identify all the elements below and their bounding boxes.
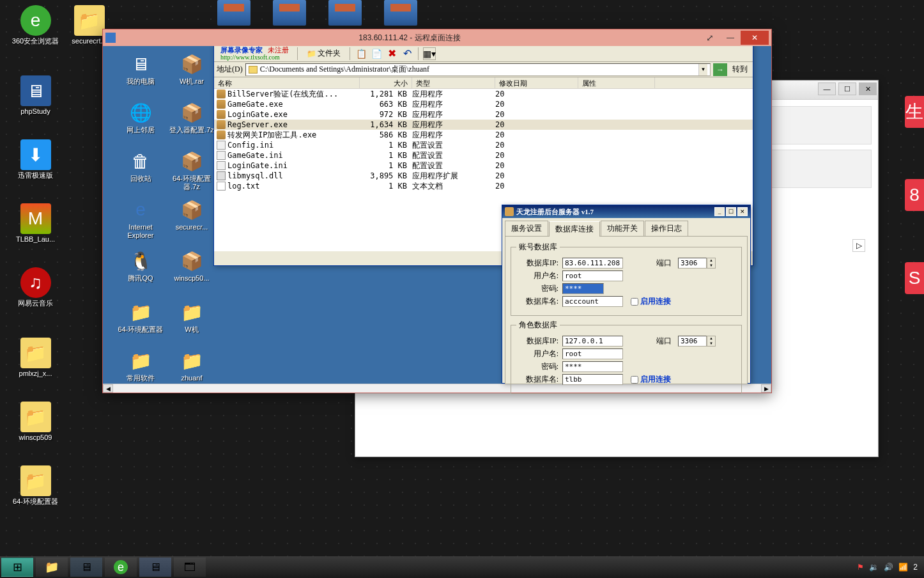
remote-desktop-icon[interactable]: 🖥我的电脑 xyxy=(116,52,166,86)
delete-icon[interactable]: ✖ xyxy=(385,47,398,60)
regserver-titlebar[interactable]: 天龙注册后台服务器 v1.7 _ ☐ ✕ xyxy=(502,205,750,218)
account-pw-input[interactable]: **** xyxy=(562,283,604,294)
taskbar-explorer-icon[interactable]: 📁 xyxy=(36,558,68,577)
remote-desktop-icon[interactable]: 📦W机.rar xyxy=(167,52,217,86)
desktop-icon[interactable]: ♫网易云音乐 xyxy=(12,267,59,308)
tab-service-settings[interactable]: 服务设置 xyxy=(505,221,548,236)
restore-icon[interactable]: ⤢ xyxy=(700,31,720,45)
tray-icon[interactable]: ⚑ xyxy=(857,563,864,572)
desktop-icon[interactable]: 📁pmlxzj_x... xyxy=(12,338,59,378)
red-tab[interactable]: 生 xyxy=(905,96,924,128)
remote-desktop-icon[interactable]: 📦securecr... xyxy=(167,198,217,231)
top-taskbar-item[interactable] xyxy=(273,0,306,26)
toolbar-icon[interactable]: 📋 xyxy=(355,47,367,60)
bg-nav-arrow[interactable]: ▷ xyxy=(852,239,865,252)
minimize-button[interactable]: — xyxy=(818,82,836,95)
account-port-input[interactable]: 3306 xyxy=(678,258,707,269)
folders-button[interactable]: 📁 文件夹 xyxy=(302,46,345,61)
col-date-header[interactable]: 修改日期 xyxy=(495,77,578,88)
maximize-button[interactable]: ☐ xyxy=(838,82,856,95)
checkbox[interactable] xyxy=(631,298,638,306)
remote-desktop-icon[interactable]: 📁常用软件 xyxy=(116,349,166,382)
col-size-header[interactable]: 大小 xyxy=(360,77,412,88)
desktop-icon[interactable]: e360安全浏览器 xyxy=(12,5,59,45)
taskbar-app-icon[interactable]: 🖥 xyxy=(70,558,102,577)
file-row[interactable]: RegServer.exe1,634 KB应用程序20 xyxy=(214,120,753,130)
account-ip-input[interactable]: 83.60.111.208 xyxy=(562,258,623,269)
port-spinner[interactable]: ▲▼ xyxy=(707,336,716,347)
role-user-input[interactable]: root xyxy=(562,348,623,359)
desktop-icon[interactable]: 🖥phpStudy xyxy=(12,75,59,116)
role-ip-input[interactable]: 127.0.0.1 xyxy=(562,336,623,347)
close-button[interactable]: ✕ xyxy=(859,82,877,95)
top-taskbar-item[interactable] xyxy=(384,0,417,26)
role-db-input[interactable]: tlbb xyxy=(562,374,623,385)
role-port-input[interactable]: 3306 xyxy=(678,336,707,347)
scroll-left-button[interactable]: ◀ xyxy=(103,384,113,393)
file-row[interactable]: LoginGate.exe972 KB应用程序20 xyxy=(214,109,753,120)
red-tab[interactable]: 8 xyxy=(905,179,924,211)
desktop-icon[interactable]: MTLBB_Lau... xyxy=(12,203,59,244)
checkbox[interactable] xyxy=(631,376,638,384)
remote-desktop-icon[interactable]: 🐧腾讯QQ xyxy=(116,249,166,283)
maximize-button[interactable]: ☐ xyxy=(726,207,736,216)
undo-icon[interactable]: ↶ xyxy=(401,47,413,60)
account-db-input[interactable]: acccount xyxy=(562,296,623,307)
go-button[interactable]: → xyxy=(713,63,727,76)
address-field[interactable]: C:\Documents and Settings\Administrator\… xyxy=(245,63,711,76)
start-button[interactable]: ⊞ xyxy=(1,558,33,577)
account-enable-check[interactable]: 启用连接 xyxy=(631,296,671,307)
file-row[interactable]: libmysql.dll3,895 KB应用程序扩展20 xyxy=(214,171,753,181)
file-row[interactable]: BillServer验证(在线充值...1,281 KB应用程序20 xyxy=(214,89,753,99)
remote-desktop-icon[interactable]: 📦64-环境配置器.7z xyxy=(167,150,217,191)
file-row[interactable]: GameGate.ini1 KB配置设置20 xyxy=(214,150,753,160)
port-spinner[interactable]: ▲▼ xyxy=(707,258,716,269)
top-taskbar-item[interactable] xyxy=(217,0,250,26)
toolbar-icon[interactable]: 📄 xyxy=(370,47,383,60)
role-enable-check[interactable]: 启用连接 xyxy=(631,374,671,385)
rdp-titlebar[interactable]: 183.60.111.42 - 远程桌面连接 ⤢ — ✕ xyxy=(103,29,771,46)
file-row[interactable]: Config.ini1 KB配置设置20 xyxy=(214,140,753,150)
remote-desktop-icon[interactable]: 📁W机 xyxy=(167,301,217,334)
col-attr-header[interactable]: 属性 xyxy=(578,77,655,88)
app-icon: 📦 xyxy=(180,198,203,221)
tray-time[interactable]: 2 xyxy=(913,563,918,572)
remote-desktop-icon[interactable]: 🌐网上邻居 xyxy=(116,101,166,134)
desktop-icon[interactable]: 📁winscp509 xyxy=(12,402,59,442)
minimize-button[interactable]: — xyxy=(720,31,741,45)
remote-desktop-icon[interactable]: 📁64-环境配置器 xyxy=(116,301,166,334)
remote-desktop-icon[interactable]: eInternet Explorer xyxy=(116,198,166,239)
taskbar-app-icon[interactable]: 🗔 xyxy=(174,558,206,577)
file-name: LoginGate.exe xyxy=(227,110,288,119)
taskbar-browser-icon[interactable]: e xyxy=(105,558,137,577)
remote-desktop-icon[interactable]: 📁zhuanf xyxy=(167,349,217,382)
minimize-button[interactable]: _ xyxy=(714,207,725,216)
tray-signal-icon[interactable]: 📶 xyxy=(898,563,908,572)
tray-icon[interactable]: 🔉 xyxy=(869,563,879,572)
account-user-input[interactable]: root xyxy=(562,270,623,281)
views-icon[interactable]: ▦▾ xyxy=(423,47,436,60)
taskbar-rdp-icon[interactable]: 🖥 xyxy=(139,558,171,577)
top-taskbar-item[interactable] xyxy=(328,0,362,26)
close-button[interactable]: ✕ xyxy=(737,207,748,216)
desktop-icon[interactable]: ⬇迅雷极速版 xyxy=(12,139,59,180)
file-row[interactable]: log.txt1 KB文本文档20 xyxy=(214,181,753,191)
tab-operation-log[interactable]: 操作日志 xyxy=(645,221,688,236)
tab-database-connection[interactable]: 数据库连接 xyxy=(549,221,600,237)
file-row[interactable]: 转发网关IP加密工具.exe586 KB应用程序20 xyxy=(214,130,753,140)
file-row[interactable]: LoginGate.ini1 KB配置设置20 xyxy=(214,160,753,171)
scroll-right-button[interactable]: ▶ xyxy=(761,384,771,393)
file-row[interactable]: GameGate.exe663 KB应用程序20 xyxy=(214,99,753,109)
role-pw-input[interactable]: **** xyxy=(562,361,623,372)
desktop-icon[interactable]: 📁64-环境配置器 xyxy=(12,465,59,506)
red-tab[interactable]: S xyxy=(905,262,924,294)
address-dropdown-icon[interactable]: ▼ xyxy=(698,64,707,75)
col-type-header[interactable]: 类型 xyxy=(412,77,495,88)
remote-desktop-icon[interactable]: 📦winscp50... xyxy=(167,249,217,283)
remote-desktop-icon[interactable]: 🗑回收站 xyxy=(116,150,166,183)
remote-desktop-icon[interactable]: 📦登入器配置.7z xyxy=(167,101,217,134)
tab-function-switch[interactable]: 功能开关 xyxy=(601,221,644,236)
col-name-header[interactable]: 名称 xyxy=(214,77,360,88)
tray-icon[interactable]: 🔊 xyxy=(884,563,893,572)
close-button[interactable]: ✕ xyxy=(741,31,769,45)
